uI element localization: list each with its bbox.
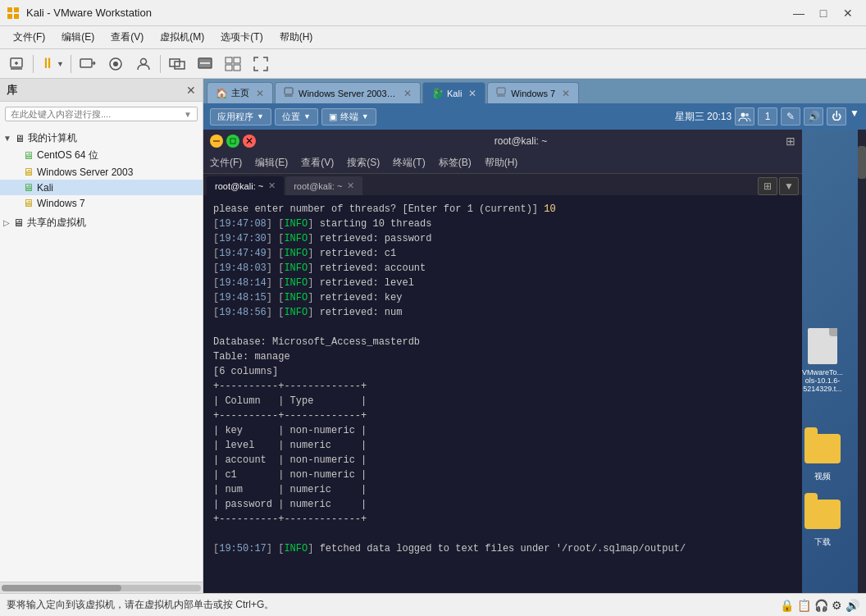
- edit-icon[interactable]: ✎: [781, 107, 800, 125]
- location-arrow-icon: ▼: [303, 112, 311, 121]
- term-menu-file[interactable]: 文件(F): [210, 156, 242, 170]
- location-label: 位置: [282, 111, 300, 123]
- inner-toolbar: 应用程序 ▼ 位置 ▼ ▣ 终端 ▼ 星期三 20:13 1 ✎: [203, 103, 866, 130]
- inner-tab-1-close[interactable]: ✕: [268, 180, 276, 191]
- user-group-icon[interactable]: [735, 107, 754, 125]
- multi-view-button[interactable]: [220, 52, 246, 75]
- term-menu-help[interactable]: 帮助(H): [485, 156, 518, 170]
- tree-root-icon: 🖥: [15, 133, 25, 144]
- term-prompt-line: please enter number of threads? [Enter f…: [213, 202, 792, 217]
- terminal-minimize-button[interactable]: [210, 135, 223, 148]
- tab-win7-close[interactable]: ✕: [562, 88, 570, 99]
- minimize-button[interactable]: —: [787, 4, 810, 22]
- menu-bar: 文件(F) 编辑(E) 查看(V) 虚拟机(M) 选项卡(T) 帮助(H): [0, 26, 866, 49]
- win7-tab-icon: [496, 86, 508, 100]
- term-blank-2: [213, 527, 792, 541]
- tab-winserver[interactable]: Windows Server 2003 Standard... ✕: [275, 82, 421, 103]
- sidebar-item-shared[interactable]: ▷ 🖥 共享的虚拟机: [0, 214, 203, 231]
- desktop-icon-video[interactable]: 视频: [794, 429, 851, 482]
- menu-vm[interactable]: 虚拟机(M): [153, 28, 211, 47]
- terminal-content[interactable]: please enter number of threads? [Enter f…: [203, 195, 802, 593]
- sidebar-item-kali[interactable]: 🖥 Kali: [0, 180, 203, 195]
- vertical-scrollbar[interactable]: [858, 130, 866, 593]
- tree-root[interactable]: ▼ 🖥 我的计算机: [0, 130, 203, 147]
- sidebar-item-winserver[interactable]: 🖥 Windows Server 2003: [0, 164, 203, 180]
- new-vm-button[interactable]: [3, 52, 30, 75]
- inner-tab-2-close[interactable]: ✕: [347, 180, 354, 191]
- search-dropdown-icon[interactable]: ▼: [184, 110, 192, 119]
- terminal-title-controls: ✕: [210, 135, 256, 148]
- term-menu-edit[interactable]: 编辑(E): [255, 156, 288, 170]
- tree-expand-icon: ▼: [3, 134, 11, 143]
- datetime-display: 星期三 20:13: [675, 110, 732, 124]
- desktop-icon-vmwaretools[interactable]: VMwareTo...ols-10.1.6-5214329.t...: [794, 326, 851, 393]
- send-ctrl-alt-del-button[interactable]: [75, 52, 101, 75]
- power-icon[interactable]: ⏻: [827, 107, 846, 125]
- power-arrow-icon[interactable]: ▼: [850, 107, 859, 125]
- term-expand-button[interactable]: ⊞: [758, 177, 777, 195]
- svg-rect-21: [226, 65, 232, 71]
- terminal-extra-icon[interactable]: ⊞: [786, 135, 795, 148]
- inner-tab-2[interactable]: root@kali: ~ ✕: [285, 176, 362, 195]
- svg-rect-25: [497, 88, 505, 94]
- statusbar-icon-3[interactable]: 🎧: [814, 599, 828, 612]
- sound-icon[interactable]: 🔊: [804, 107, 823, 125]
- statusbar-icon-1[interactable]: 🔒: [780, 599, 794, 612]
- tab-kali[interactable]: 🐉 Kali ✕: [422, 82, 485, 103]
- terminal-maximize-button[interactable]: [226, 135, 239, 148]
- term-menu-tab[interactable]: 标签(B): [439, 156, 472, 170]
- svg-point-27: [741, 113, 745, 117]
- full-view-button[interactable]: [164, 52, 190, 75]
- sidebar-close-button[interactable]: ✕: [186, 84, 196, 97]
- close-button[interactable]: ✕: [836, 4, 859, 22]
- terminal-close-button[interactable]: ✕: [243, 135, 256, 148]
- snapshot-button[interactable]: [103, 52, 129, 75]
- statusbar-icon-5[interactable]: 🔊: [845, 599, 859, 612]
- menu-tab[interactable]: 选项卡(T): [214, 28, 269, 47]
- term-more-button[interactable]: ▼: [779, 177, 799, 195]
- menu-view[interactable]: 查看(V): [104, 28, 150, 47]
- fullscreen-button[interactable]: [248, 52, 274, 75]
- menu-edit[interactable]: 编辑(E): [55, 28, 101, 47]
- sidebar-item-centos[interactable]: 🖥 CentOS 64 位: [0, 147, 203, 164]
- term-tbl-row-key: | key | non-numeric |: [213, 423, 792, 438]
- sidebar-scrollbar[interactable]: [0, 582, 203, 593]
- statusbar-icon-2[interactable]: 📋: [797, 599, 811, 612]
- location-button[interactable]: 位置 ▼: [275, 108, 318, 125]
- tab-kali-close[interactable]: ✕: [468, 88, 476, 99]
- toolbar-sep-3: [160, 55, 161, 73]
- apps-button[interactable]: 应用程序 ▼: [210, 108, 271, 125]
- page-number: 1: [765, 111, 771, 122]
- tab-home-close[interactable]: ✕: [256, 88, 264, 99]
- svg-rect-22: [234, 65, 240, 71]
- terminal-titlebar: ✕ root@kali: ~ ⊞: [203, 130, 802, 153]
- terminal-right-controls: ⊞: [786, 135, 795, 148]
- term-line-7: [19:48:56] [INFO] retrieved: num: [213, 305, 792, 320]
- term-menu-view[interactable]: 查看(V): [301, 156, 334, 170]
- maximize-button[interactable]: □: [812, 4, 835, 22]
- term-tbl-row-level: | level | numeric |: [213, 438, 792, 453]
- tab-home[interactable]: 🏠 主页 ✕: [207, 82, 273, 103]
- terminal-icon: ▣: [329, 112, 337, 122]
- sidebar-item-win7[interactable]: 🖥 Windows 7: [0, 195, 203, 211]
- term-menu-search[interactable]: 搜索(S): [347, 156, 380, 170]
- term-menu-terminal[interactable]: 终端(T): [393, 156, 425, 170]
- tab-winserver-close[interactable]: ✕: [403, 88, 412, 99]
- inner-tab-1[interactable]: root@kali: ~ ✕: [207, 176, 284, 195]
- term-line-3: [19:47:49] [INFO] retrieved: c1: [213, 246, 792, 261]
- menu-file[interactable]: 文件(F): [7, 28, 52, 47]
- user-button[interactable]: [130, 52, 157, 75]
- pause-button[interactable]: ⏸ ▼: [37, 52, 67, 75]
- shared-label: 共享的虚拟机: [27, 216, 86, 230]
- term-tbl-border-1: +----------+-------------+: [213, 379, 792, 394]
- tab-bar: 🏠 主页 ✕ Windows Server 2003 Standard... ✕…: [203, 79, 866, 103]
- statusbar-icon-4[interactable]: ⚙: [832, 599, 842, 612]
- search-input[interactable]: [11, 109, 184, 119]
- terminal-button[interactable]: ▣ 终端 ▼: [321, 108, 376, 125]
- svg-rect-23: [285, 88, 293, 94]
- desktop-icon-download[interactable]: 下载: [794, 495, 851, 548]
- tab-win7[interactable]: Windows 7 ✕: [487, 82, 579, 103]
- window-title: Kali - VMware Workstation: [26, 7, 152, 19]
- menu-help[interactable]: 帮助(H): [273, 28, 320, 47]
- single-view-button[interactable]: [192, 52, 218, 75]
